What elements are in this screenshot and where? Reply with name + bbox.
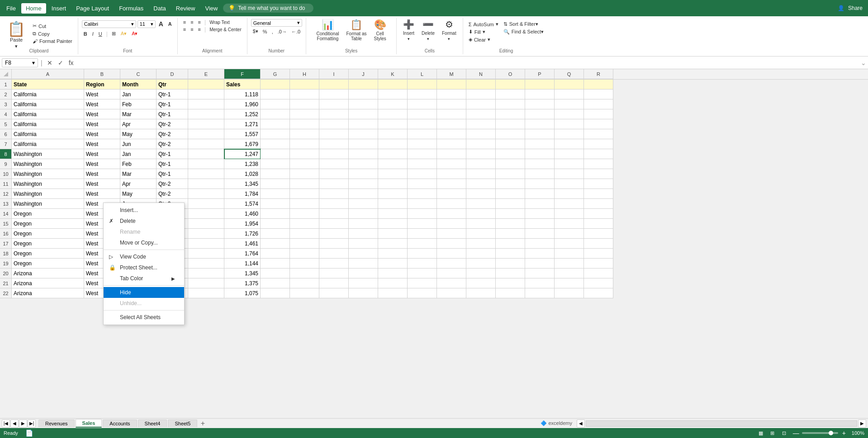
grid-cell[interactable] — [319, 129, 349, 139]
grid-cell[interactable]: 1,557 — [224, 129, 261, 139]
grid-cell[interactable] — [378, 169, 408, 179]
grid-cell[interactable] — [555, 189, 584, 199]
cut-button[interactable]: ✂ Cut — [31, 23, 74, 29]
grid-cell[interactable] — [290, 189, 319, 199]
grid-cell[interactable] — [555, 159, 584, 169]
grid-cell[interactable] — [349, 80, 378, 89]
grid-cell[interactable] — [349, 199, 378, 209]
align-right-button[interactable]: ≡ — [196, 26, 203, 33]
grid-cell[interactable] — [290, 199, 319, 209]
grid-cell[interactable] — [466, 239, 496, 249]
grid-cell[interactable]: 1,574 — [224, 199, 261, 209]
grid-cell[interactable]: 1,028 — [224, 169, 261, 179]
ctx-view-code[interactable]: ▷ View Code — [104, 251, 184, 262]
grid-cell[interactable] — [319, 169, 349, 179]
grid-cell[interactable] — [378, 249, 408, 259]
grid-cell[interactable]: Qtr — [157, 80, 188, 89]
grid-cell[interactable] — [555, 288, 584, 298]
grid-cell[interactable] — [555, 209, 584, 219]
grid-cell[interactable] — [555, 278, 584, 288]
grid-cell[interactable] — [437, 219, 466, 229]
zoom-slider[interactable] — [802, 432, 838, 434]
grid-cell[interactable] — [437, 159, 466, 169]
grid-cell[interactable] — [319, 189, 349, 199]
grid-cell[interactable] — [319, 229, 349, 239]
grid-cell[interactable] — [584, 129, 613, 139]
grid-cell[interactable]: Oregon — [12, 259, 84, 268]
grid-cell[interactable] — [496, 99, 525, 109]
currency-button[interactable]: $▾ — [251, 28, 260, 35]
grid-cell[interactable] — [188, 259, 224, 268]
grid-cell[interactable] — [319, 149, 349, 159]
grid-cell[interactable]: Qtr-2 — [157, 139, 188, 149]
grid-cell[interactable] — [408, 119, 437, 129]
grid-cell[interactable] — [319, 288, 349, 298]
ctx-select-all-sheets[interactable]: Select All Sheets — [104, 312, 184, 323]
wrap-text-button[interactable]: Wrap Text — [208, 19, 232, 25]
grid-cell[interactable]: Qtr-1 — [157, 89, 188, 99]
grid-cell[interactable] — [261, 179, 290, 189]
grid-cell[interactable] — [437, 99, 466, 109]
row-header[interactable]: 4 — [0, 109, 12, 119]
grid-cell[interactable] — [188, 229, 224, 239]
grid-cell[interactable] — [555, 239, 584, 249]
grid-cell[interactable] — [188, 249, 224, 259]
grid-cell[interactable]: West — [84, 169, 120, 179]
grid-cell[interactable] — [555, 259, 584, 268]
grid-cell[interactable]: Feb — [120, 159, 157, 169]
grid-cell[interactable]: West — [84, 99, 120, 109]
grid-cell[interactable] — [188, 189, 224, 199]
grid-cell[interactable] — [349, 278, 378, 288]
grid-cell[interactable]: California — [12, 119, 84, 129]
grid-cell[interactable]: 1,461 — [224, 239, 261, 249]
format-painter-button[interactable]: 🖌 Format Painter — [31, 38, 74, 44]
grid-cell[interactable] — [378, 209, 408, 219]
sheet-nav-last[interactable]: ▶| — [28, 419, 36, 428]
grid-cell[interactable] — [378, 159, 408, 169]
grid-cell[interactable] — [319, 199, 349, 209]
grid-cell[interactable] — [408, 259, 437, 268]
grid-cell[interactable] — [584, 119, 613, 129]
grid-cell[interactable] — [584, 278, 613, 288]
grid-cell[interactable] — [290, 259, 319, 268]
grid-cell[interactable] — [319, 239, 349, 249]
grid-cell[interactable]: California — [12, 139, 84, 149]
grid-cell[interactable] — [525, 209, 555, 219]
grid-cell[interactable] — [261, 109, 290, 119]
confirm-icon[interactable]: ✓ — [56, 59, 65, 66]
insert-button[interactable]: ➕ Insert ▾ — [400, 18, 417, 42]
grid-cell[interactable] — [188, 109, 224, 119]
grid-cell[interactable] — [496, 189, 525, 199]
grid-cell[interactable] — [408, 109, 437, 119]
grid-cell[interactable] — [437, 179, 466, 189]
grid-cell[interactable] — [188, 199, 224, 209]
grid-cell[interactable]: Qtr-1 — [157, 159, 188, 169]
grid-cell[interactable] — [466, 129, 496, 139]
grid-cell[interactable]: West — [84, 149, 120, 159]
grid-cell[interactable]: Sales — [224, 80, 261, 89]
grid-cell[interactable] — [408, 229, 437, 239]
col-header-m[interactable]: M — [437, 69, 466, 79]
grid-cell[interactable]: State — [12, 80, 84, 89]
font-decrease-btn[interactable]: A — [166, 21, 174, 27]
grid-cell[interactable] — [437, 288, 466, 298]
grid-cell[interactable] — [349, 169, 378, 179]
row-header[interactable]: 6 — [0, 129, 12, 139]
grid-cell[interactable] — [408, 149, 437, 159]
grid-cell[interactable] — [261, 189, 290, 199]
sheet-tab-accounts[interactable]: Accounts — [103, 419, 137, 427]
grid-cell[interactable] — [378, 199, 408, 209]
grid-cell[interactable] — [466, 288, 496, 298]
align-bottom-button[interactable]: ≡ — [196, 19, 203, 25]
format-button[interactable]: ⚙ Format ▾ — [439, 18, 459, 42]
grid-cell[interactable]: Washington — [12, 159, 84, 169]
grid-cell[interactable] — [261, 149, 290, 159]
delete-arrow[interactable]: ▾ — [427, 37, 429, 41]
ctx-tab-color[interactable]: Tab Color ▶ — [104, 273, 184, 284]
grid-cell[interactable] — [349, 288, 378, 298]
grid-cell[interactable]: West — [84, 189, 120, 199]
grid-cell[interactable] — [555, 80, 584, 89]
grid-cell[interactable] — [261, 278, 290, 288]
grid-cell[interactable] — [466, 109, 496, 119]
grid-cell[interactable] — [261, 99, 290, 109]
